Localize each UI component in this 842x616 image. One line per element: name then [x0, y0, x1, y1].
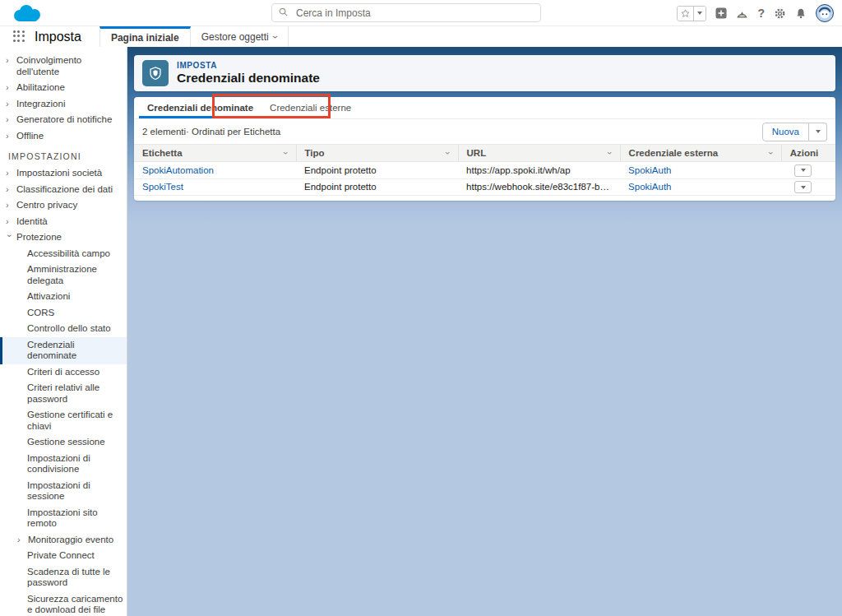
credential-tabs: Credenziali denominate Credenziali ester…: [134, 97, 835, 119]
notifications-bell-icon[interactable]: [795, 7, 807, 20]
sidebar-item-label: Generatore di notifiche: [16, 114, 112, 126]
row-actions-cell: [781, 178, 835, 196]
sort-chevron-icon: ›: [766, 151, 776, 155]
credential-url-cell: https://webhook.site/e83c1f87-b9ed-475e-…: [458, 178, 620, 196]
table-header-row: Etichetta› Tipo› URL› Credenziale estern…: [134, 145, 835, 162]
sidebar-item[interactable]: ›Classificazione dei dati: [0, 182, 127, 198]
sidebar-section-header: IMPOSTAZIONI: [0, 144, 127, 165]
sidebar-item[interactable]: ›Centro privacy: [0, 197, 127, 214]
sidebar-item-label: Protezione: [16, 232, 62, 243]
sidebar-item[interactable]: ›Monitoraggio evento: [0, 532, 127, 549]
chevron-right-icon[interactable]: ›: [6, 200, 12, 211]
credential-label-link[interactable]: SpokiAutomation: [142, 165, 214, 175]
chevron-right-icon[interactable]: ›: [6, 114, 12, 126]
row-actions-dropdown-button[interactable]: [794, 164, 812, 177]
nav-tab-label: Pagina iniziale: [111, 32, 179, 44]
nav-tab-pagina-iniziale[interactable]: Pagina iniziale: [99, 26, 191, 47]
global-search[interactable]: [271, 3, 541, 22]
main-area: IMPOSTA Credenziali denominate Credenzia…: [127, 47, 842, 616]
tab-credenziali-esterne[interactable]: Credenziali esterne: [261, 97, 359, 118]
sidebar-item[interactable]: Gestione certificati e chiavi: [0, 407, 127, 434]
sidebar-item-label: Coinvolgimento dell'utente: [16, 55, 123, 77]
sidebar-item[interactable]: Impostazioni di condivisione: [0, 451, 127, 478]
user-avatar[interactable]: [816, 4, 834, 22]
sidebar-item[interactable]: Sicurezza caricamento e download dei fil…: [0, 591, 127, 616]
nav-tab-label: Gestore oggetti: [201, 31, 269, 43]
chevron-right-icon[interactable]: ›: [6, 99, 12, 110]
app-launcher-icon[interactable]: [13, 30, 25, 42]
sidebar-item[interactable]: Accessibilità campo: [0, 246, 127, 262]
sidebar-item[interactable]: Amministrazione delegata: [0, 262, 127, 289]
sidebar-item-label: Offline: [16, 131, 44, 142]
column-header-etichetta[interactable]: Etichetta›: [134, 145, 296, 162]
sidebar-item[interactable]: ›Identità: [0, 214, 127, 230]
sidebar-item[interactable]: Controllo dello stato: [0, 321, 127, 337]
sidebar-item[interactable]: Private Connect: [0, 548, 127, 564]
column-header-credenziale-esterna[interactable]: Credenziale esterna›: [620, 145, 781, 162]
sidebar-item[interactable]: ›Abilitazione: [0, 80, 127, 96]
chevron-down-icon: ›: [270, 35, 281, 39]
chevron-right-icon[interactable]: ›: [6, 131, 12, 142]
dropdown-triangle-icon: [801, 169, 806, 172]
column-header-tipo[interactable]: Tipo›: [296, 145, 458, 162]
sidebar-item-label: Accessibilità campo: [27, 248, 110, 260]
chevron-right-icon[interactable]: ›: [6, 216, 12, 228]
credential-type-cell: Endpoint protetto: [296, 162, 458, 179]
sidebar-item-label: Sicurezza caricamento e download dei fil…: [27, 594, 123, 616]
new-button-dropdown[interactable]: [809, 123, 827, 141]
favorites-button[interactable]: [677, 6, 706, 21]
sidebar-item[interactable]: ›Protezione: [0, 229, 127, 246]
sidebar-item[interactable]: Scadenza di tutte le password: [0, 564, 127, 591]
setup-gear-icon[interactable]: [774, 7, 786, 20]
sidebar-item-label: Gestione sessione: [27, 437, 105, 448]
chevron-right-icon[interactable]: ›: [6, 184, 12, 196]
sidebar-item[interactable]: Impostazioni di sessione: [0, 478, 127, 505]
sidebar-item[interactable]: Impostazioni sito remoto: [0, 505, 127, 532]
chevron-down-icon[interactable]: ›: [3, 234, 15, 241]
page-title: Credenziali denominate: [177, 71, 320, 86]
favorites-dropdown-icon[interactable]: [693, 7, 706, 21]
quick-create-plus-icon[interactable]: [715, 7, 727, 19]
sidebar-item[interactable]: ›Impostazioni società: [0, 165, 127, 182]
sidebar-item[interactable]: Criteri di accesso: [0, 364, 127, 381]
column-header-url[interactable]: URL›: [458, 145, 620, 162]
sidebar-item[interactable]: ›Integrazioni: [0, 96, 127, 113]
sidebar-item[interactable]: Attivazioni: [0, 289, 127, 305]
sidebar-item[interactable]: Gestione sessione: [0, 434, 127, 451]
help-icon[interactable]: ?: [757, 7, 765, 20]
page-header-card: IMPOSTA Credenziali denominate: [134, 55, 835, 91]
credential-type-cell: Endpoint protetto: [296, 178, 458, 196]
setup-sidebar: ›Coinvolgimento dell'utente›Abilitazione…: [0, 47, 127, 616]
global-header: ?: [0, 0, 842, 26]
external-credential-link[interactable]: SpokiAuth: [628, 165, 671, 175]
column-header-azioni: Azioni: [781, 145, 835, 162]
nav-tab-gestore-oggetti[interactable]: Gestore oggetti ›: [191, 26, 289, 47]
credential-label-link[interactable]: SpokiTest: [142, 182, 183, 192]
sidebar-item[interactable]: Criteri relativi alle password: [0, 380, 127, 407]
favorites-star-icon[interactable]: [678, 7, 693, 21]
sidebar-item-label: Controllo dello stato: [27, 323, 111, 335]
chevron-right-icon[interactable]: ›: [6, 82, 12, 94]
chevron-right-icon[interactable]: ›: [17, 535, 24, 546]
sidebar-item[interactable]: Credenziali denominate: [0, 337, 127, 364]
sidebar-item[interactable]: ›Offline: [0, 128, 127, 145]
new-button[interactable]: Nuova: [762, 123, 809, 141]
tab-label: Credenziali denominate: [147, 103, 253, 113]
guidance-center-icon[interactable]: [736, 7, 748, 20]
external-credential-link[interactable]: SpokiAuth: [628, 182, 671, 192]
sidebar-item-label: Amministrazione delegata: [27, 264, 123, 286]
sidebar-item-label: Identità: [16, 216, 48, 228]
sidebar-item-label: Criteri relativi alle password: [27, 382, 123, 405]
chevron-right-icon[interactable]: ›: [6, 55, 12, 67]
tab-credenziali-denominate[interactable]: Credenziali denominate: [139, 97, 261, 118]
chevron-right-icon[interactable]: ›: [6, 168, 12, 179]
credentials-table: Etichetta› Tipo› URL› Credenziale estern…: [134, 144, 835, 196]
credentials-table-body: SpokiAutomationEndpoint protettohttps://…: [134, 162, 835, 196]
row-actions-dropdown-button[interactable]: [794, 181, 812, 193]
sidebar-item-label: Centro privacy: [16, 200, 77, 211]
sidebar-item[interactable]: CORS: [0, 305, 127, 322]
sidebar-item[interactable]: ›Coinvolgimento dell'utente: [0, 53, 127, 80]
search-input[interactable]: [296, 7, 534, 19]
sidebar-item[interactable]: ›Generatore di notifiche: [0, 112, 127, 128]
sidebar-item-label: Monitoraggio evento: [28, 535, 113, 546]
